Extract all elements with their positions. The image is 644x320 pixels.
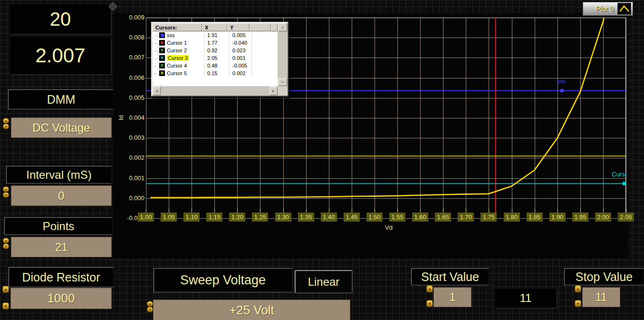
x-tick-label: 1.10 — [183, 213, 200, 222]
points-spinner-up-icon[interactable]: ▲ — [3, 238, 9, 243]
points-label: Points — [4, 217, 113, 235]
y-tick-label: 0.007 — [117, 54, 144, 61]
cursor-row-spacer — [251, 69, 278, 77]
cursor-name[interactable]: Cursor 4 — [167, 63, 187, 68]
diode-resistor-input[interactable]: 1000 — [10, 288, 112, 309]
cursor-row-spacer — [251, 62, 278, 69]
cursor-row-spacer — [251, 54, 278, 62]
cursor-name[interactable]: Cursor 1 — [167, 40, 187, 46]
cursor-col-name-header[interactable]: Cursors: — [153, 23, 202, 31]
points-input[interactable]: 21 — [11, 237, 112, 257]
cursor-row-spacer — [251, 39, 278, 47]
tree-connector-icon — [154, 47, 158, 51]
cursor-name[interactable]: Cursor 5 — [167, 70, 187, 76]
interval-spinner-up-icon[interactable]: ▲ — [3, 186, 9, 192]
sweep-spinner-down-icon[interactable]: ▼ — [147, 307, 153, 312]
scroll-down-icon[interactable]: ▼ — [278, 78, 287, 86]
dmm-spinner-up-icon[interactable]: ▲ — [3, 118, 9, 124]
plot-legend[interactable]: Plot 0 — [583, 2, 633, 16]
cursor-name[interactable]: Cursor 2 — [167, 48, 187, 53]
x-tick-label: 1.50 — [366, 213, 383, 222]
sweep-voltage-select[interactable]: +25 Volt — [153, 300, 350, 320]
cursor-y-value: 0.005 — [229, 32, 251, 38]
y-tick-label: 0.004 — [117, 114, 144, 122]
horizontal-scrollbar[interactable]: ◀ ▶ — [153, 87, 278, 95]
x-tick-label: 1.90 — [549, 213, 566, 222]
cursor-x-value: 0.92 — [204, 48, 229, 53]
points-spinner[interactable]: ▲ ▼ — [3, 238, 9, 250]
cursor-cross-marker-icon[interactable]: ✕ — [159, 55, 165, 61]
cursor-col-extra-header[interactable] — [250, 23, 271, 31]
sweep-spinner-up-icon[interactable]: ▲ — [147, 301, 153, 307]
cursor-row-spacer — [251, 47, 278, 54]
tree-connector-icon — [154, 32, 158, 36]
cursor-cross-marker-icon[interactable]: ✕ — [159, 48, 165, 53]
dmm-spinner-down-icon[interactable]: ▼ — [3, 124, 9, 129]
cursor-square-marker-icon[interactable] — [159, 32, 165, 38]
x-tick-label: 1.35 — [298, 213, 314, 222]
y-tick-label: 0.006 — [117, 74, 144, 82]
start-value-down-icon[interactable]: ▼ — [426, 300, 433, 307]
cursor-row[interactable]: ✕Cursor 20.920.023 — [153, 47, 278, 54]
cursor-x-value: 1.91 — [204, 32, 229, 38]
plot-line-style-icon[interactable] — [617, 3, 631, 15]
x-tick-label: 1.15 — [206, 213, 222, 222]
x-tick-label: 1.80 — [504, 213, 520, 222]
diode-resistor-up-icon[interactable]: ▲ — [2, 286, 9, 293]
cursor-name[interactable]: sss — [167, 32, 175, 38]
interval-input[interactable]: 0 — [11, 185, 112, 206]
cursor-y-value: 0.023 — [229, 48, 251, 53]
x-tick-label: 1.60 — [412, 213, 428, 222]
cursor-col-x-header[interactable]: X — [202, 23, 227, 31]
dmm-spinner[interactable]: ▲ ▼ — [3, 118, 9, 130]
cursor-col-y-header[interactable]: Y — [227, 23, 250, 31]
cursor-y-value: -0.040 — [229, 40, 251, 46]
cursor-cross-marker-icon[interactable]: ✕ — [159, 70, 165, 76]
cursor-row[interactable]: ✕Cursor 11.77-0.040 — [153, 39, 278, 47]
stop-value-up-icon[interactable]: ▲ — [575, 285, 581, 292]
cursor-row[interactable]: ✕Cursor 50.150.002 — [153, 69, 278, 77]
x-tick-label: 2.00 — [595, 213, 611, 222]
voltage-reading-display: 2.007 — [10, 36, 111, 75]
tree-connector-icon — [154, 62, 158, 67]
scroll-left-icon[interactable]: ◀ — [153, 87, 161, 95]
cursor-row[interactable]: sss1.910.005 — [153, 31, 278, 39]
cursor-table-header: Cursors: X Y — [153, 23, 278, 31]
cursor-cross-marker-icon[interactable]: ✕ — [159, 40, 165, 46]
iteration-count-display: 20 — [10, 4, 111, 34]
diode-resistor-down-icon[interactable]: ▼ — [2, 302, 9, 310]
y-tick-label: 0.003 — [117, 134, 144, 142]
cursor-row[interactable]: ✕Cursor 40.48-0.005 — [153, 62, 278, 69]
interval-spinner-down-icon[interactable]: ▼ — [3, 192, 9, 198]
cursor-legend-window[interactable]: Cursors: X Y sss1.910.005✕Cursor 11.77-0… — [151, 22, 288, 97]
tree-connector-icon — [154, 70, 158, 74]
y-tick-label: 0.008 — [117, 34, 144, 41]
interval-label: Interval (mS) — [6, 166, 112, 184]
sweep-voltage-spinner[interactable]: ▲ ▼ — [147, 301, 153, 313]
points-spinner-down-icon[interactable]: ▼ — [3, 243, 9, 249]
cursor-x-value: 1.77 — [204, 40, 229, 46]
dmm-mode-select[interactable]: DC Voltage — [11, 117, 112, 138]
x-tick-label: 1.70 — [458, 213, 474, 222]
vertical-scrollbar[interactable]: ▲ ▼ — [278, 23, 287, 86]
start-value-up-icon[interactable]: ▲ — [426, 285, 433, 292]
x-tick-label: 1.05 — [161, 213, 177, 222]
sweep-mode-button[interactable]: Linear — [295, 270, 353, 293]
cursor-row[interactable]: ✕Cursor 32.050.001 — [153, 54, 278, 62]
cursor-y-value: 0.002 — [229, 70, 251, 76]
x-tick-label: 1.25 — [252, 213, 268, 222]
scroll-up-icon[interactable]: ▲ — [278, 23, 287, 31]
cursor-name[interactable]: Cursor 3 — [167, 55, 189, 61]
interval-spinner[interactable]: ▲ ▼ — [3, 186, 9, 198]
stop-value-input[interactable]: 11 — [582, 287, 620, 307]
stop-value-down-icon[interactable]: ▼ — [575, 300, 581, 307]
cursor-cross-marker-icon[interactable]: ✕ — [159, 63, 165, 68]
start-value-input[interactable]: 1 — [433, 287, 471, 307]
stop-value-label: Stop Value — [564, 268, 644, 285]
y-tick-label: 0.009 — [117, 14, 144, 21]
cursor-col-extra2-header[interactable] — [271, 23, 278, 31]
cursor-marker — [560, 89, 564, 92]
current-step-display: 11 — [494, 288, 557, 308]
tree-connector-icon — [154, 39, 158, 44]
scroll-right-icon[interactable]: ▶ — [269, 87, 278, 95]
